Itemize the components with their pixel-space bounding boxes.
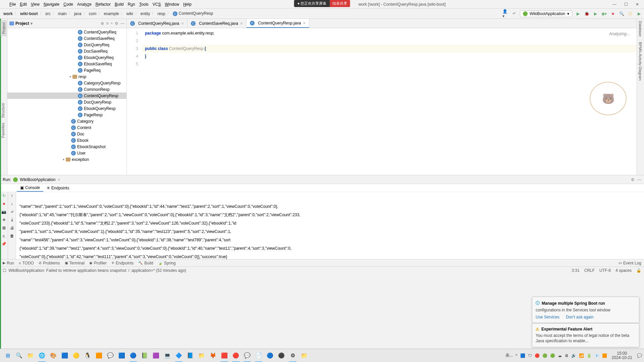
exit-icon[interactable]: ⎌ <box>3 234 5 238</box>
project-tree[interactable]: ContentQueryReqContentSaveReqDocQueryReq… <box>7 28 126 175</box>
tool-spring[interactable]: 🍃 Spring <box>158 261 176 265</box>
crumb[interactable]: entity <box>139 11 152 17</box>
minimize-button[interactable]: — <box>610 2 619 7</box>
tree-item[interactable]: EbookQueryReq <box>7 54 126 61</box>
search-icon[interactable]: 🔍 <box>619 11 625 17</box>
menu-run[interactable]: Run <box>126 1 137 8</box>
maximize-button[interactable]: ☐ <box>622 2 630 7</box>
editor-tab[interactable]: ContentQueryResp.java× <box>247 19 309 28</box>
pin-icon[interactable]: 📌 <box>1 242 6 246</box>
wechat-icon[interactable]: 💬 <box>242 351 252 361</box>
crumb[interactable]: src <box>44 11 52 17</box>
layout-icon[interactable]: ⊞ <box>2 226 6 230</box>
menu-code[interactable]: Code <box>61 1 75 8</box>
tree-item[interactable]: CommonResp <box>7 86 126 93</box>
app-icon[interactable]: 🟦 <box>117 351 127 361</box>
close-icon[interactable]: × <box>303 20 306 26</box>
menu-view[interactable]: View <box>29 1 42 8</box>
tree-item[interactable]: PageReq <box>7 67 126 73</box>
crumb[interactable]: work <box>2 11 14 17</box>
tool-todo[interactable]: ≡ TODO <box>19 261 34 265</box>
menu-tools[interactable]: Tools <box>137 1 151 8</box>
tree-item[interactable]: ▾resp <box>7 73 126 80</box>
tree-item[interactable]: ▾exception <box>7 156 126 163</box>
tray-icon[interactable]: 📧 <box>594 353 599 358</box>
run-tab-console[interactable]: ▣ Console <box>17 184 43 192</box>
qq-icon[interactable]: 🐧 <box>83 351 93 361</box>
crumb[interactable]: example <box>102 11 120 17</box>
crumb[interactable]: java <box>73 11 83 17</box>
app-icon[interactable]: 📗 <box>140 351 150 361</box>
tree-item[interactable]: EbookSaveReq <box>7 61 126 67</box>
tray-icon[interactable]: 🟢 <box>550 353 555 358</box>
explorer-icon[interactable]: 📁 <box>25 351 36 361</box>
run-tab-endpoints[interactable]: ✳ Endpoints <box>43 185 72 191</box>
ide-update-icon[interactable]: ⬡ <box>627 11 633 17</box>
tree-item[interactable]: Content <box>7 124 126 131</box>
sidebar-tab-database[interactable]: Database <box>638 19 643 39</box>
tray-icon[interactable]: 🟧 <box>602 353 607 358</box>
actuator-icon[interactable]: ✳ <box>2 218 6 222</box>
menu-navigate[interactable]: Navigate <box>42 1 61 8</box>
sidebar-tab-project[interactable]: Project <box>1 20 7 36</box>
app-icon[interactable]: 💻 <box>162 351 172 361</box>
rerun-icon[interactable]: ↻ <box>2 193 6 198</box>
app-icon[interactable]: 🟪 <box>151 351 161 361</box>
taskbar-clock[interactable]: 15:00 2024-10-21 <box>610 351 634 360</box>
sidebar-tab-structure[interactable]: Structure <box>0 101 6 120</box>
app-icon[interactable]: 🦊 <box>208 351 218 361</box>
collapse-icon[interactable]: ÷ <box>110 21 113 26</box>
chrome-icon[interactable]: 🔵 <box>128 351 138 361</box>
crumb[interactable]: wiki <box>125 11 135 17</box>
coverage-button[interactable]: ▶ <box>592 11 598 17</box>
sidebar-tab-favorites[interactable]: Favorites <box>0 120 6 140</box>
event-log[interactable]: ▭ Event Log <box>619 261 641 265</box>
tree-item[interactable]: DocQueryReq <box>7 42 126 48</box>
app-icon[interactable]: 📘 <box>185 351 195 361</box>
network-icon[interactable]: 📶 <box>579 353 584 358</box>
close-button[interactable]: ✕ <box>633 2 641 7</box>
chevron-down-icon[interactable]: ▾ <box>61 158 66 161</box>
tool-endpoints[interactable]: ✳ Endpoints <box>111 261 133 265</box>
tray-icon[interactable]: 🔴 <box>535 353 540 358</box>
print-icon[interactable]: 🖨 <box>10 226 14 230</box>
intellij-icon[interactable]: 🟥 <box>219 351 229 361</box>
app-icon[interactable]: 📁 <box>299 351 309 361</box>
stop-icon[interactable]: ■ <box>3 201 5 206</box>
editor-tab[interactable]: ContentSaveReq.java× <box>187 19 247 28</box>
app-icon[interactable]: 📁 <box>197 351 207 361</box>
tool-run[interactable]: ▶ Run <box>3 261 14 265</box>
close-icon[interactable]: × <box>57 177 60 182</box>
ime-indicator[interactable]: 美... <box>505 353 513 358</box>
lock-icon[interactable]: 🔓 <box>636 268 641 273</box>
tree-item[interactable]: EbookSnapshot <box>7 143 126 150</box>
tree-item[interactable]: ContentSaveReq <box>7 35 126 42</box>
line-separator[interactable]: CRLF <box>584 268 595 273</box>
app-icon[interactable]: 🎨 <box>48 351 58 361</box>
clear-icon[interactable]: 🗑 <box>10 234 14 238</box>
user-icon[interactable]: 👤▾ <box>502 11 508 17</box>
wrap-icon[interactable]: ⤶ <box>10 209 14 214</box>
crumb[interactable]: wiki-boot <box>19 11 39 17</box>
tree-item[interactable]: Category <box>7 118 126 124</box>
camera-icon[interactable]: 📷 <box>1 209 6 214</box>
status-indicator[interactable]: ☐ <box>3 268 6 273</box>
wps-icon[interactable]: 🔴 <box>231 351 241 361</box>
stop-button[interactable]: ■ <box>610 11 616 17</box>
tree-item[interactable]: PageResp <box>7 112 126 118</box>
tree-item[interactable]: ContentQueryReq <box>7 29 126 35</box>
notification-center-icon[interactable]: 💬 <box>637 353 642 358</box>
crumb[interactable]: main <box>57 11 68 17</box>
hide-icon[interactable]: — <box>637 177 641 182</box>
tray-icon[interactable]: 🟢 <box>542 353 547 358</box>
console-output[interactable]: "name":"test","parent":2,"sort":1,"viewC… <box>16 192 644 259</box>
tree-item[interactable]: DocQueryResp <box>7 99 126 105</box>
app-icon[interactable]: 🟦 <box>60 351 70 361</box>
start-button[interactable]: ⊞ <box>3 351 13 361</box>
app-icon[interactable]: 🔵 <box>265 351 275 361</box>
tool-build[interactable]: 🔨 Build <box>138 261 153 265</box>
menu-build[interactable]: Build <box>113 1 126 8</box>
close-icon[interactable]: × <box>181 21 184 26</box>
run-config-select[interactable]: WikiBootApplication ▾ <box>520 10 572 17</box>
debug-button[interactable]: 🐞 <box>584 11 590 17</box>
